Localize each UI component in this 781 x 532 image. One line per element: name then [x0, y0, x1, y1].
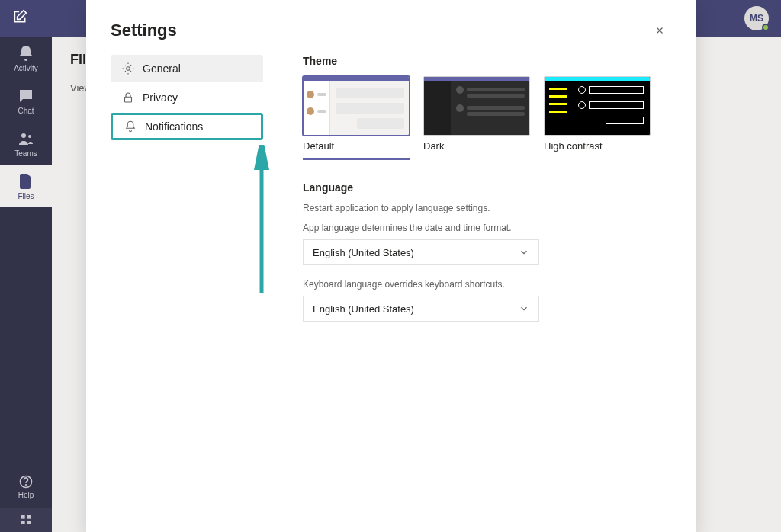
theme-default[interactable]: Default: [303, 76, 410, 160]
modal-header: Settings: [86, 0, 696, 52]
settings-nav-privacy[interactable]: Privacy: [111, 84, 263, 111]
app-language-desc: App language determines the date and tim…: [303, 223, 672, 233]
close-button[interactable]: [648, 18, 672, 43]
settings-nav-general[interactable]: General: [111, 55, 263, 82]
theme-hc-thumb: [544, 76, 651, 136]
settings-nav: General Privacy Notifications: [111, 52, 263, 532]
settings-nav-notifications[interactable]: Notifications: [111, 113, 263, 140]
app-language-dropdown[interactable]: English (United States): [303, 239, 539, 265]
language-restart-hint: Restart application to apply language se…: [303, 203, 672, 213]
theme-title: Theme: [303, 55, 672, 67]
theme-default-thumb: [303, 76, 410, 136]
svg-point-8: [127, 67, 130, 71]
theme-high-contrast[interactable]: High contrast: [544, 76, 651, 160]
chevron-down-icon: [519, 247, 529, 258]
svg-rect-9: [125, 97, 132, 102]
keyboard-language-desc: Keyboard language overrides keyboard sho…: [303, 279, 672, 290]
settings-modal: Settings General Privacy Notifications T…: [86, 0, 696, 532]
settings-content: Theme Default: [288, 52, 672, 532]
chevron-down-icon: [519, 303, 529, 314]
keyboard-language-dropdown[interactable]: English (United States): [303, 296, 539, 322]
modal-title: Settings: [111, 21, 177, 40]
theme-dark-thumb: [423, 76, 530, 136]
theme-options: Default Dark: [303, 76, 672, 160]
language-title: Language: [303, 181, 672, 194]
theme-dark[interactable]: Dark: [423, 76, 530, 160]
